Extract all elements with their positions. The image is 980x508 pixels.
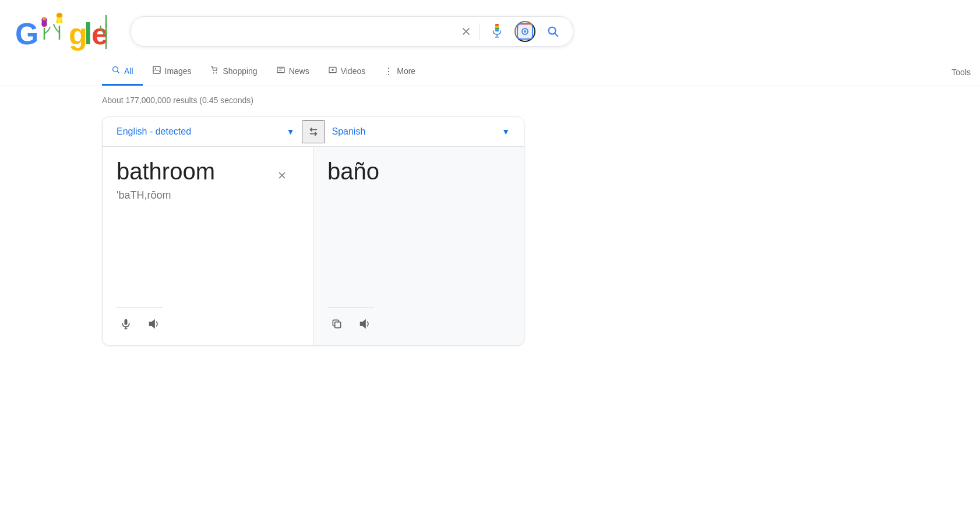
- target-word: baño: [327, 158, 510, 185]
- svg-point-5: [43, 17, 46, 20]
- tab-news-label: News: [289, 66, 309, 76]
- nav-tabs: All Images Shopping: [0, 58, 980, 86]
- target-language-label: Spanish: [332, 126, 366, 137]
- svg-rect-18: [495, 30, 499, 31]
- svg-marker-39: [149, 319, 155, 329]
- target-panel-actions: [327, 307, 374, 333]
- all-tab-icon: [111, 65, 121, 77]
- source-mic-button[interactable]: [117, 315, 135, 333]
- news-tab-icon: [276, 65, 285, 77]
- tools-button[interactable]: Tools: [942, 61, 980, 84]
- svg-point-28: [154, 68, 156, 69]
- source-language-label: English - detected: [117, 126, 191, 137]
- search-input[interactable]: bathroom in spanish: [140, 26, 453, 38]
- shopping-tab-icon: [210, 65, 219, 77]
- target-panel: baño: [313, 147, 524, 345]
- svg-point-30: [216, 72, 217, 73]
- translation-panels: bathroom 'baTH,rōom: [103, 147, 524, 345]
- tab-more-label: More: [397, 66, 415, 76]
- target-chevron-icon: ▼: [502, 127, 510, 136]
- target-panel-inner: baño: [327, 158, 510, 298]
- source-panel-inner: bathroom 'baTH,rōom: [117, 158, 299, 298]
- tab-shopping-label: Shopping: [223, 66, 257, 76]
- target-speaker-button[interactable]: [355, 315, 374, 333]
- svg-rect-17: [495, 28, 499, 30]
- search-bar-container: bathroom in spanish: [131, 16, 573, 47]
- source-panel: bathroom 'baTH,rōom: [103, 147, 313, 345]
- clear-search-button[interactable]: [460, 26, 472, 37]
- source-language-dropdown[interactable]: English - detected ▼: [110, 117, 302, 146]
- svg-rect-36: [125, 319, 128, 325]
- translate-widget: English - detected ▼ Spanish ▼ bathroom …: [102, 117, 524, 345]
- svg-point-29: [213, 72, 214, 73]
- tab-videos[interactable]: Videos: [319, 58, 375, 86]
- source-panel-actions: [117, 307, 163, 333]
- search-submit-button[interactable]: [542, 21, 563, 42]
- clear-word-button[interactable]: [277, 170, 287, 181]
- results-count: About 177,000,000 results (0.45 seconds): [102, 96, 524, 105]
- svg-rect-27: [153, 66, 160, 73]
- image-search-button[interactable]: [514, 21, 535, 42]
- source-word: bathroom: [117, 158, 299, 185]
- svg-marker-35: [332, 69, 334, 71]
- source-phonetic: 'baTH,rōom: [117, 189, 299, 202]
- svg-rect-15: [495, 24, 499, 26]
- svg-rect-31: [277, 67, 284, 72]
- tab-all[interactable]: All: [102, 58, 143, 86]
- svg-point-24: [524, 30, 526, 33]
- target-copy-button[interactable]: [327, 315, 346, 333]
- svg-marker-41: [360, 319, 366, 329]
- header: G: [0, 0, 980, 58]
- tab-videos-label: Videos: [341, 66, 366, 76]
- tab-shopping[interactable]: Shopping: [200, 58, 266, 86]
- results-area: About 177,000,000 results (0.45 seconds)…: [0, 86, 524, 345]
- svg-text:G: G: [15, 17, 38, 51]
- voice-search-button[interactable]: [487, 21, 507, 42]
- search-bar-divider: [479, 23, 480, 40]
- more-tab-icon: ⋮: [384, 66, 393, 77]
- tab-more[interactable]: ⋮ More: [375, 59, 425, 86]
- tab-all-label: All: [124, 66, 133, 76]
- lang-selectors: English - detected ▼ Spanish ▼: [103, 117, 524, 147]
- search-bar: bathroom in spanish: [131, 16, 573, 47]
- videos-tab-icon: [328, 65, 337, 77]
- source-chevron-icon: ▼: [287, 127, 295, 136]
- svg-rect-40: [335, 322, 341, 328]
- swap-languages-button[interactable]: [302, 120, 325, 143]
- images-tab-icon: [152, 65, 161, 77]
- target-language-dropdown[interactable]: Spanish ▼: [325, 117, 517, 146]
- google-logo[interactable]: G: [14, 9, 119, 54]
- tab-news[interactable]: News: [267, 58, 319, 86]
- svg-rect-16: [495, 26, 499, 27]
- source-speaker-button[interactable]: [144, 315, 163, 333]
- tab-images-label: Images: [165, 66, 192, 76]
- tab-images[interactable]: Images: [143, 58, 201, 86]
- svg-point-10: [57, 13, 62, 17]
